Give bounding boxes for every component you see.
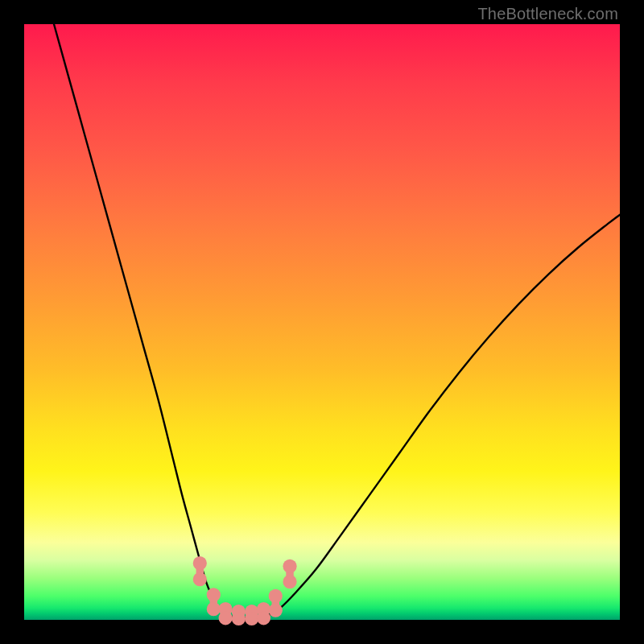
dumbbell-markers (193, 556, 297, 625)
svg-point-4 (207, 588, 221, 601)
dumbbell-marker (232, 605, 246, 625)
svg-point-17 (257, 611, 270, 625)
bottleneck-curve (54, 24, 620, 617)
svg-point-1 (193, 556, 207, 570)
svg-point-22 (283, 559, 296, 573)
dumbbell-marker (257, 602, 270, 625)
svg-point-11 (232, 612, 246, 625)
curve-layer (24, 24, 620, 620)
dumbbell-marker (193, 556, 207, 586)
dumbbell-marker (245, 605, 258, 625)
svg-point-20 (269, 604, 283, 617)
dumbbell-marker (219, 602, 233, 625)
dumbbell-marker (207, 588, 221, 616)
svg-point-5 (207, 602, 221, 616)
svg-point-8 (219, 611, 233, 625)
attribution-label: TheBottleneck.com (477, 5, 618, 23)
chart-stage: TheBottleneck.com (0, 0, 644, 644)
svg-point-23 (283, 575, 296, 588)
svg-point-14 (245, 612, 258, 625)
svg-point-19 (269, 589, 283, 603)
bottleneck-curve-path (54, 24, 620, 617)
svg-point-2 (193, 572, 207, 586)
dumbbell-marker (269, 589, 283, 617)
dumbbell-marker (283, 559, 296, 588)
plot-area (24, 24, 620, 620)
